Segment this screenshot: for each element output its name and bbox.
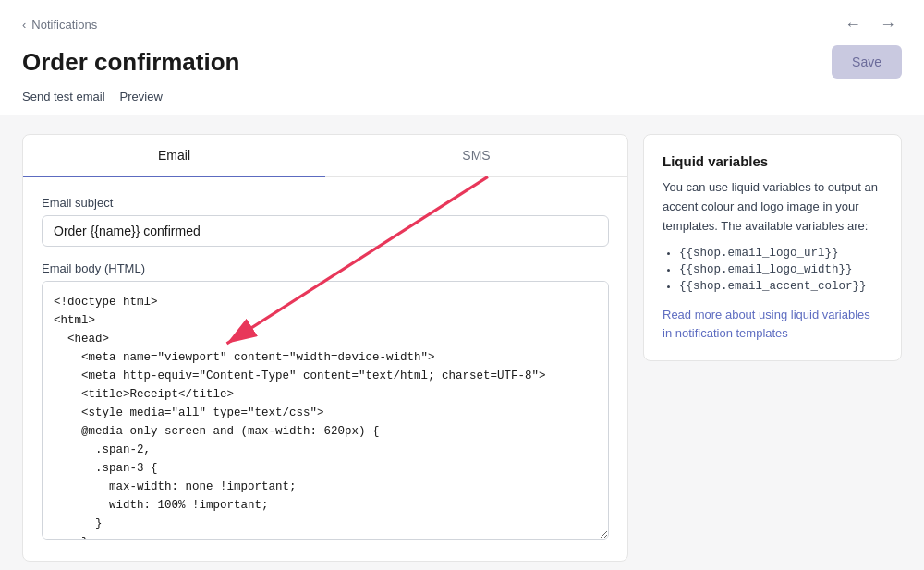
nav-back-button[interactable]: ← (839, 11, 867, 38)
page-wrapper: ‹ Notifications ← → Order confirmation S… (0, 0, 924, 570)
email-subject-input[interactable] (42, 215, 609, 247)
liquid-variable-item: {{shop.email_logo_width}} (679, 263, 882, 276)
liquid-variables-list: {{shop.email_logo_url}} {{shop.email_log… (663, 247, 882, 293)
liquid-variable-item: {{shop.email_logo_url}} (679, 247, 882, 260)
breadcrumb-left: ‹ Notifications (22, 18, 97, 31)
email-subject-label: Email subject (42, 196, 609, 210)
top-bar: ‹ Notifications ← → Order confirmation S… (0, 0, 924, 115)
left-panel-wrapper: Email SMS Email subject Email body (HTML… (22, 134, 628, 562)
breadcrumb-chevron-icon: ‹ (22, 18, 26, 31)
nav-forward-button[interactable]: → (874, 11, 902, 38)
breadcrumb-notifications-link[interactable]: Notifications (31, 18, 97, 31)
email-body-textarea[interactable] (42, 281, 609, 540)
liquid-variables-title: Liquid variables (663, 153, 882, 169)
title-row: Order confirmation Save (22, 38, 902, 90)
action-row: Send test email Preview (22, 90, 902, 115)
main-content: Email SMS Email subject Email body (HTML… (0, 115, 924, 570)
tab-sms[interactable]: SMS (325, 135, 627, 177)
send-test-email-link[interactable]: Send test email (22, 90, 105, 115)
email-body-label: Email body (HTML) (42, 261, 609, 275)
liquid-variable-item: {{shop.email_accent_color}} (679, 280, 882, 293)
liquid-variables-description: You can use liquid variables to output a… (663, 178, 882, 236)
nav-arrows: ← → (839, 11, 902, 38)
right-panel: Liquid variables You can use liquid vari… (643, 134, 902, 361)
save-button[interactable]: Save (832, 45, 902, 79)
breadcrumb-row: ‹ Notifications ← → (22, 11, 902, 38)
form-section: Email subject Email body (HTML) (23, 177, 627, 561)
tabs-row: Email SMS (23, 135, 627, 177)
tab-email[interactable]: Email (23, 135, 325, 177)
liquid-variables-read-more-link[interactable]: Read more about using liquid variables i… (663, 308, 870, 340)
preview-link[interactable]: Preview (120, 90, 163, 115)
page-title: Order confirmation (22, 48, 239, 77)
left-panel: Email SMS Email subject Email body (HTML… (22, 134, 628, 562)
